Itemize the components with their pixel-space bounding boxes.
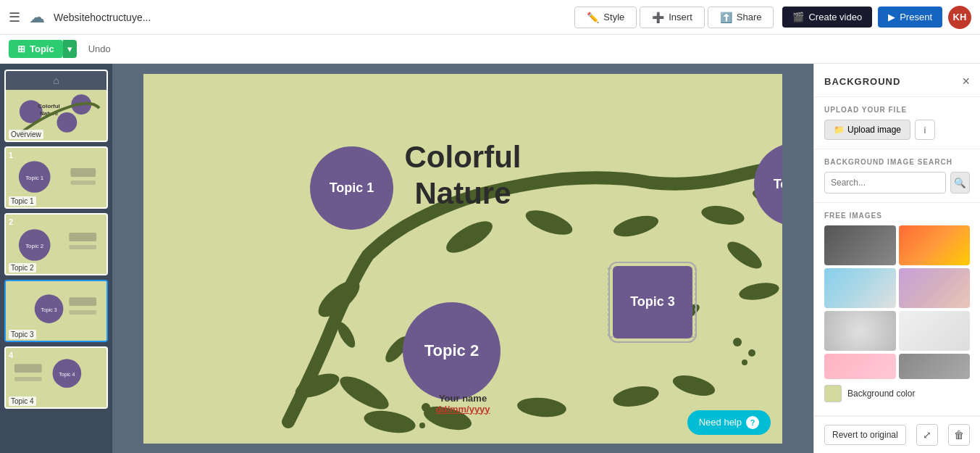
slide-1-label: Topic 1 [9, 196, 36, 206]
present-button[interactable]: ▶ Present [878, 7, 942, 28]
undo-button[interactable]: Undo [83, 41, 117, 57]
topbar-nav: ✏️ Style ➕ Insert ⬆️ Share [574, 7, 774, 28]
expand-button[interactable]: ⤢ [916, 424, 938, 446]
svg-point-39 [422, 403, 430, 412]
free-image-5[interactable] [824, 311, 896, 351]
canvas-area: Colorful Nature Topic 1 Topic 2 Topic 3 … [112, 64, 813, 453]
slide-2-num: 2 [9, 217, 13, 226]
search-button[interactable]: 🔍 [950, 172, 970, 194]
topic-button[interactable]: ⊞ Topic [9, 40, 63, 58]
search-section-title: BACKGROUND IMAGE SEARCH [824, 158, 970, 166]
present-icon: ▶ [888, 12, 895, 22]
help-icon: ? [746, 416, 759, 429]
svg-text:Topic 1: Topic 1 [25, 175, 44, 181]
menu-icon[interactable]: ☰ [9, 9, 20, 25]
svg-text:Colorful: Colorful [38, 103, 59, 109]
topic-2-circle[interactable]: Topic 2 [403, 302, 501, 400]
right-panel: BACKGROUND × UPLOAD YOUR FILE 📁 Upload i… [813, 64, 980, 453]
svg-point-36 [700, 202, 745, 227]
free-image-7[interactable] [824, 354, 896, 379]
create-video-button[interactable]: 🎬 Create video [782, 7, 872, 28]
topbar-actions: 🎬 Create video ▶ Present KH [782, 6, 971, 29]
upload-section: UPLOAD YOUR FILE 📁 Upload image i [814, 97, 980, 149]
slide-4-label: Topic 4 [9, 396, 36, 406]
free-image-2[interactable] [899, 225, 971, 265]
insert-button[interactable]: ➕ Insert [640, 7, 705, 28]
svg-point-1 [56, 112, 77, 133]
svg-rect-18 [69, 297, 96, 306]
slide-1-num: 1 [9, 151, 13, 159]
upload-row: 📁 Upload image i [824, 120, 970, 140]
style-button[interactable]: ✏️ Style [574, 7, 637, 28]
panel-close-button[interactable]: × [962, 74, 970, 89]
need-help-button[interactable]: Need help ? [687, 410, 771, 435]
topic-dropdown-button[interactable]: ▾ [63, 40, 77, 58]
topic-1-circle[interactable]: Topic 1 [310, 146, 393, 230]
slide-3-label: Topic 3 [9, 330, 36, 339]
insert-icon: ➕ [652, 12, 664, 23]
svg-rect-23 [14, 364, 42, 373]
free-image-4[interactable] [899, 268, 971, 308]
bg-color-swatch[interactable] [824, 385, 842, 402]
free-image-8[interactable] [899, 354, 971, 379]
share-icon: ⬆️ [720, 12, 732, 23]
search-icon: 🔍 [954, 178, 966, 188]
svg-point-38 [738, 280, 781, 302]
main-area: ⌂ Colorful Nature Overview 2 [0, 64, 980, 453]
slide-2-label: Topic 2 [9, 263, 36, 273]
search-input[interactable] [824, 172, 946, 194]
svg-point-32 [671, 371, 717, 399]
svg-point-30 [516, 396, 567, 419]
topic-button-group: ⊞ Topic ▾ [9, 40, 77, 58]
upload-icon: 📁 [834, 125, 845, 135]
revert-button[interactable]: Revert to original [824, 425, 906, 445]
free-images-title: FREE IMAGES [824, 212, 970, 220]
topic-3-circle[interactable]: Topic 3 [613, 266, 692, 338]
svg-text:Topic 2: Topic 2 [25, 243, 44, 249]
delete-icon: 🗑 [954, 429, 964, 441]
slide-4-num: 4 [9, 351, 13, 360]
free-images-section: FREE IMAGES Background color [814, 203, 980, 416]
topbar: ☰ ☁ Websitehoctructuye... ✏️ Style ➕ Ins… [0, 0, 980, 35]
svg-rect-9 [70, 180, 96, 185]
slide-footer: Your name dd/mm/yyyy [435, 393, 490, 415]
panel-title: BACKGROUND [824, 76, 900, 87]
svg-point-42 [733, 338, 742, 346]
svg-rect-14 [69, 245, 96, 249]
slide-canvas[interactable]: Colorful Nature Topic 1 Topic 2 Topic 3 … [143, 74, 782, 444]
svg-point-43 [748, 349, 755, 357]
svg-point-26 [335, 370, 393, 415]
expand-icon: ⤢ [923, 429, 931, 441]
slide-thumb-1[interactable]: 2 Topic 1 1 Topic 1 [4, 146, 108, 209]
free-image-6[interactable] [899, 311, 971, 351]
info-button[interactable]: i [915, 120, 935, 140]
slide-thumb-3[interactable]: 2 Topic 3 Topic 3 [4, 280, 108, 342]
svg-point-41 [419, 423, 425, 428]
svg-point-33 [442, 215, 497, 258]
topic-icon: ⊞ [17, 43, 25, 54]
delete-button[interactable]: 🗑 [948, 424, 970, 446]
app-title: Websitehoctructuye... [54, 12, 566, 23]
free-image-3[interactable] [824, 268, 896, 308]
upload-image-button[interactable]: 📁 Upload image [824, 120, 910, 140]
free-image-1[interactable] [824, 225, 896, 265]
slide-thumb-2[interactable]: 3 Topic 2 2 Topic 2 [4, 213, 108, 275]
search-row: 🔍 [824, 172, 970, 194]
share-button[interactable]: ⬆️ Share [708, 7, 774, 28]
svg-text:Topic 4: Topic 4 [59, 372, 75, 378]
svg-point-44 [742, 360, 747, 365]
slide-overview-label: Overview [9, 130, 43, 139]
slide-thumb-4[interactable]: Topic 4 4 Topic 4 [4, 346, 108, 409]
svg-point-35 [611, 212, 661, 241]
style-icon: ✏️ [587, 12, 599, 23]
svg-point-40 [430, 415, 437, 422]
slide-thumb-overview[interactable]: ⌂ Colorful Nature Overview [4, 70, 108, 142]
slide-title: Colorful Nature [405, 139, 522, 212]
logo-icon: ☁ [29, 8, 45, 27]
panel-header: BACKGROUND × [814, 64, 980, 97]
bg-color-label: Background color [847, 388, 915, 399]
svg-text:Topic 3: Topic 3 [41, 307, 57, 313]
svg-rect-8 [70, 168, 96, 177]
svg-rect-13 [69, 233, 96, 241]
avatar[interactable]: KH [948, 6, 971, 29]
